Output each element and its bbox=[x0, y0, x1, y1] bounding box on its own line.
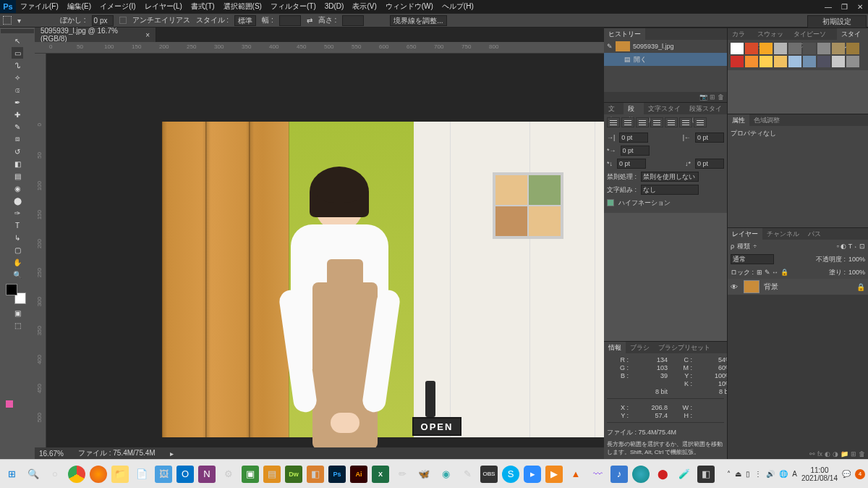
indent-right[interactable] bbox=[695, 132, 724, 143]
history-step-open[interactable]: ▤開く bbox=[604, 53, 727, 66]
zoom-icon[interactable]: ▸ bbox=[524, 466, 541, 483]
mojikumi-select[interactable]: なし bbox=[641, 185, 699, 195]
paths-tab[interactable]: パス bbox=[804, 228, 825, 240]
newlayer-icon[interactable]: ⊞ bbox=[851, 450, 856, 458]
marquee-tool[interactable]: ▭ bbox=[12, 47, 23, 59]
adjust-icon[interactable]: ◑ bbox=[833, 450, 838, 458]
tray-drive-icon[interactable]: ⏏ bbox=[735, 470, 741, 478]
menu-edit[interactable]: 編集(E) bbox=[63, 0, 95, 13]
obs-icon[interactable]: OBS bbox=[480, 466, 498, 483]
tray-ime-icon[interactable]: A bbox=[792, 470, 797, 478]
width-input[interactable] bbox=[279, 15, 301, 26]
tray-globe-icon[interactable]: 🌐 bbox=[779, 470, 788, 478]
move-tool[interactable]: ↖ bbox=[12, 35, 23, 46]
menu-window[interactable]: ウィンドウ(W) bbox=[381, 0, 438, 13]
chrome-icon[interactable] bbox=[68, 466, 85, 483]
eraser-tool[interactable]: ◧ bbox=[12, 158, 23, 169]
canvas[interactable]: OPEN bbox=[162, 122, 604, 437]
start-button[interactable]: ⊞ bbox=[3, 466, 20, 483]
onenote-icon[interactable]: N bbox=[198, 466, 216, 483]
skype-icon[interactable]: S bbox=[502, 466, 519, 483]
style-select[interactable]: 標準 bbox=[234, 15, 256, 26]
photos-icon[interactable]: 🖼 bbox=[155, 466, 172, 483]
quickmask-toggle[interactable]: ▣ bbox=[12, 307, 23, 319]
menu-image[interactable]: イメージ(I) bbox=[95, 0, 140, 13]
style-swatch[interactable] bbox=[803, 43, 816, 54]
style-swatch[interactable] bbox=[803, 56, 816, 67]
style-swatch[interactable] bbox=[731, 56, 744, 67]
app-icon-9[interactable]: ◧ bbox=[697, 466, 715, 483]
trash-icon[interactable]: 🗑 bbox=[718, 93, 724, 101]
folder-icon[interactable]: 📁 bbox=[841, 450, 848, 458]
history-source[interactable]: ✎ 5095939_l.jpg bbox=[604, 40, 727, 53]
photoshop-icon[interactable]: Ps bbox=[328, 466, 346, 483]
taskbar-clock[interactable]: 11:002021/08/14 bbox=[801, 466, 838, 482]
app-icon-6[interactable]: 〰 bbox=[589, 466, 606, 483]
kinsoku-select[interactable]: 禁則を使用しない bbox=[641, 172, 699, 182]
style-swatch[interactable] bbox=[774, 43, 787, 54]
settings-icon[interactable]: ⚙ bbox=[220, 466, 237, 483]
style-swatch[interactable] bbox=[832, 56, 845, 67]
align-right[interactable] bbox=[636, 117, 649, 127]
visibility-icon[interactable]: 👁 bbox=[731, 283, 739, 291]
style-swatch[interactable] bbox=[745, 56, 758, 67]
magic-wand-tool[interactable]: ✧ bbox=[12, 72, 23, 83]
justify-last-center[interactable] bbox=[665, 117, 678, 127]
music-icon[interactable]: ♪ bbox=[610, 466, 628, 483]
charstyle-tab[interactable]: 文字スタイル bbox=[644, 103, 686, 114]
brushpreset-tab[interactable]: ブラシプリセット bbox=[654, 342, 715, 353]
app-icon-3[interactable]: ✏ bbox=[393, 466, 411, 483]
style-swatch[interactable] bbox=[774, 56, 787, 67]
app-icon-5[interactable]: ✎ bbox=[459, 466, 476, 483]
gradient-tool[interactable]: ▤ bbox=[12, 170, 23, 182]
file-info[interactable]: ファイル : 75.4M/75.4M bbox=[78, 448, 156, 458]
character-tab[interactable]: 文字 bbox=[604, 103, 624, 114]
new-icon[interactable]: ⊞ bbox=[710, 93, 715, 101]
style-swatch[interactable] bbox=[788, 56, 801, 67]
channels-tab[interactable]: チャンネル bbox=[762, 228, 804, 240]
swap-icon[interactable]: ⇄ bbox=[307, 17, 312, 25]
maximize-button[interactable]: ❐ bbox=[836, 1, 852, 12]
stamp-tool[interactable]: ⧇ bbox=[12, 133, 23, 145]
shape-tool[interactable]: ▢ bbox=[12, 244, 23, 256]
paragraph-tab[interactable]: 段落 bbox=[624, 103, 643, 114]
explorer-icon[interactable]: 📁 bbox=[111, 466, 129, 483]
info-tab[interactable]: 情報 bbox=[604, 342, 626, 353]
height-input[interactable] bbox=[342, 15, 364, 26]
parastyle-tab[interactable]: 段落スタイル bbox=[685, 103, 727, 114]
foreground-background-colors[interactable] bbox=[6, 284, 29, 304]
link-icon[interactable]: ⚯ bbox=[809, 450, 815, 458]
app-icon-1[interactable]: ▤ bbox=[263, 466, 281, 483]
history-tab[interactable]: ヒストリー bbox=[604, 28, 645, 40]
align-center[interactable] bbox=[621, 117, 634, 127]
close-button[interactable]: ✕ bbox=[852, 1, 868, 12]
screenmode-toggle[interactable]: ⬚ bbox=[12, 319, 23, 331]
history-brush-tool[interactable]: ↺ bbox=[12, 146, 23, 157]
style-swatch[interactable] bbox=[760, 56, 773, 67]
ruler-horizontal[interactable]: 0501001502002503003504004505005506006507… bbox=[35, 42, 604, 54]
fill-value[interactable]: 100% bbox=[848, 269, 865, 276]
justify-last-left[interactable] bbox=[650, 117, 663, 127]
menu-3d[interactable]: 3D(D) bbox=[320, 0, 349, 13]
vlc-icon[interactable]: ▲ bbox=[567, 466, 584, 483]
menu-view[interactable]: 表示(V) bbox=[348, 0, 380, 13]
illustrator-icon[interactable]: Ai bbox=[350, 466, 367, 483]
path-tool[interactable]: ↳ bbox=[12, 232, 23, 243]
notification-badge[interactable]: 4 bbox=[855, 469, 865, 479]
search-button[interactable]: 🔍 bbox=[25, 466, 42, 483]
blur-tool[interactable]: ◉ bbox=[12, 182, 23, 194]
space-before[interactable] bbox=[617, 159, 646, 169]
antialias-checkbox[interactable] bbox=[119, 17, 127, 24]
properties-tab[interactable]: 属性 bbox=[728, 114, 749, 126]
refine-edge-button[interactable]: 境界線を調整... bbox=[390, 15, 446, 26]
butterfly-icon[interactable]: 🦋 bbox=[415, 466, 433, 483]
blend-mode[interactable]: 通常 bbox=[731, 254, 774, 264]
hand-tool[interactable]: ✋ bbox=[12, 256, 23, 268]
menu-help[interactable]: ヘルプ(H) bbox=[438, 0, 478, 13]
cortana-button[interactable]: ○ bbox=[46, 466, 64, 483]
lasso-tool[interactable]: ᔐ bbox=[12, 59, 23, 71]
notepad-icon[interactable]: 📄 bbox=[133, 466, 150, 483]
layer-background[interactable]: 👁 背景 🔒 bbox=[728, 279, 868, 295]
app-icon-8[interactable]: 🧪 bbox=[676, 466, 693, 483]
style-swatch[interactable] bbox=[817, 43, 830, 54]
